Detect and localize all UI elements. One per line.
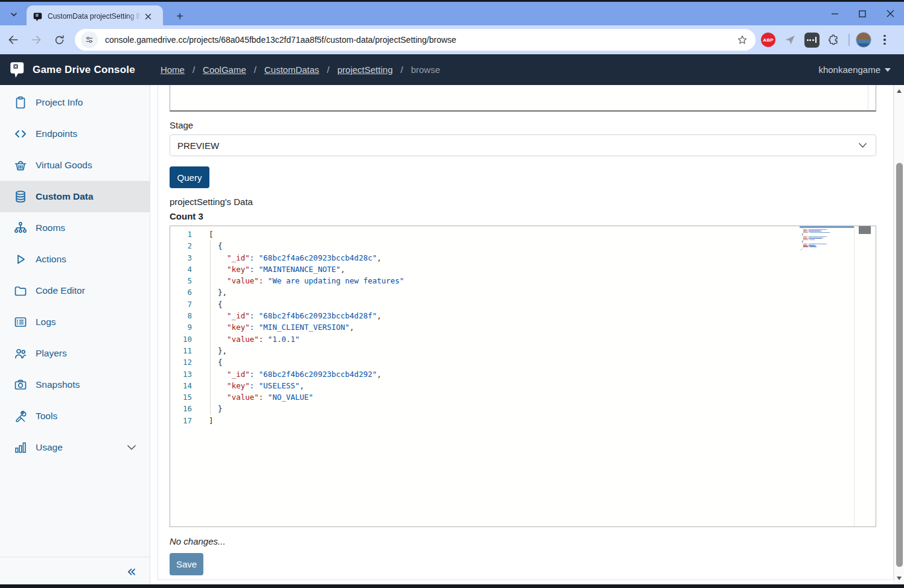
url-text[interactable]: console.gamedrive.cc/projects/68a045fbde…	[105, 35, 734, 45]
tab-title: CustomData projectSetting Brow	[48, 12, 141, 21]
line-content: "_id": "68bc2f4b6c20923bccb4d292",	[192, 368, 381, 380]
code-line[interactable]: 7 {	[170, 299, 876, 310]
sidebar-item-label: Code Editor	[36, 285, 85, 296]
maximize-button[interactable]	[848, 2, 876, 25]
code-line[interactable]: 1[	[170, 229, 876, 240]
paper-plane-extension-button[interactable]	[781, 31, 799, 49]
tab-search-button[interactable]	[5, 6, 23, 23]
query-filter-editor[interactable]	[170, 85, 876, 112]
brand[interactable]: Game Drive Console	[10, 61, 135, 79]
breadcrumb-separator: /	[327, 65, 329, 75]
line-number: 5	[170, 275, 192, 286]
sidebar-item-label: Tools	[36, 411, 57, 422]
site-info-button[interactable]	[81, 31, 98, 48]
code-line[interactable]: 5 "value": "We are updating new features…	[170, 275, 876, 286]
sidebar-item-custom-data[interactable]: Custom Data	[0, 181, 150, 212]
browser-menu-button[interactable]	[876, 31, 893, 48]
breadcrumb-item-projectsetting[interactable]: projectSetting	[337, 65, 393, 75]
breadcrumb-item-browse: browse	[411, 65, 440, 75]
chevron-down-icon	[10, 10, 18, 19]
sidebar-item-virtual-goods[interactable]: Virtual Goods	[0, 150, 150, 181]
code-line[interactable]: 6 },	[170, 286, 876, 298]
sidebar-item-label: Endpoints	[36, 128, 77, 139]
code-line[interactable]: 12 {	[170, 356, 876, 368]
query-button[interactable]: Query	[170, 166, 209, 188]
sidebar-item-label: Custom Data	[36, 191, 94, 202]
sitemap-icon	[13, 221, 28, 235]
browser-tab[interactable]: CustomData projectSetting Brow	[27, 5, 163, 27]
code-line[interactable]: 2 {	[170, 240, 876, 251]
breadcrumb-item-home[interactable]: Home	[161, 65, 185, 75]
clipboard-icon	[13, 95, 28, 110]
user-menu[interactable]: khonkaengame	[818, 65, 891, 75]
code-line[interactable]: 16 }	[170, 403, 876, 414]
code-line[interactable]: 13 "_id": "68bc2f4b6c20923bccb4d292",	[170, 368, 876, 380]
line-content: "_id": "68bc2f4b6c20923bccb4d28f",	[192, 310, 381, 321]
sidebar-item-players[interactable]: Players	[0, 338, 150, 369]
forward-arrow-icon	[30, 34, 42, 46]
sidebar-item-tools[interactable]: Tools	[0, 400, 150, 432]
code-line[interactable]: 3 "_id": "68bc2f4a6c20923bccb4d28c",	[170, 252, 876, 264]
password-manager-extension-button[interactable]	[803, 31, 821, 49]
sidebar-collapse-button[interactable]: «	[127, 563, 136, 579]
line-number: 3	[170, 252, 192, 264]
extensions-button[interactable]	[824, 31, 842, 49]
back-arrow-icon	[7, 34, 19, 46]
forward-button[interactable]	[27, 30, 46, 49]
line-number: 13	[170, 368, 192, 380]
reload-button[interactable]	[49, 30, 69, 49]
line-content: ]	[192, 415, 214, 426]
minimize-button[interactable]	[821, 2, 848, 25]
sidebar-item-code-editor[interactable]: Code Editor	[0, 275, 150, 306]
code-line[interactable]: 4 "key": "MAINTENANCE_NOTE",	[170, 264, 876, 275]
sidebar-item-endpoints[interactable]: Endpoints	[0, 118, 150, 150]
json-code-editor[interactable]: 1[2 {3 "_id": "68bc2f4a6c20923bccb4d28c"…	[170, 226, 876, 527]
code-line[interactable]: 17]	[170, 415, 876, 426]
app-title: Game Drive Console	[33, 64, 135, 76]
caret-down-icon	[885, 68, 891, 72]
tune-icon	[84, 35, 94, 45]
toolbar-separator	[848, 34, 850, 46]
line-number: 7	[170, 299, 192, 310]
username: khonkaengame	[818, 65, 880, 75]
sidebar-item-label: Snapshots	[36, 379, 80, 390]
sidebar-item-label: Logs	[36, 317, 56, 327]
close-window-button[interactable]	[876, 2, 904, 25]
scrollbar-thumb[interactable]	[896, 163, 903, 567]
line-number: 6	[170, 286, 192, 298]
code-line[interactable]: 14 "key": "USELESS",	[170, 380, 876, 391]
code-line[interactable]: 10 "value": "1.0.1"	[170, 334, 876, 345]
stage-select[interactable]: PREVIEW	[170, 134, 876, 156]
code-line[interactable]: 11 },	[170, 345, 876, 356]
chevron-down-icon	[127, 444, 136, 450]
code-line[interactable]: 9 "key": "MIN_CLIENT_VERSION",	[170, 321, 876, 333]
breadcrumb-item-customdatas[interactable]: CustomDatas	[264, 65, 319, 75]
tab-close-button[interactable]	[142, 11, 153, 22]
sidebar-item-usage[interactable]: Usage	[0, 432, 150, 463]
back-button[interactable]	[4, 30, 23, 49]
line-content: "key": "USELESS",	[192, 380, 304, 391]
new-tab-button[interactable]: +	[171, 8, 188, 25]
sidebar-item-snapshots[interactable]: Snapshots	[0, 369, 150, 400]
camera-icon	[13, 378, 28, 392]
scrollbar-down-arrow-icon[interactable]	[897, 577, 902, 580]
sidebar-item-actions[interactable]: Actions	[0, 244, 150, 275]
sidebar-item-logs[interactable]: Logs	[0, 306, 150, 338]
code-line[interactable]: 8 "_id": "68bc2f4b6c20923bccb4d28f",	[170, 310, 876, 321]
address-bar[interactable]: console.gamedrive.cc/projects/68a045fbde…	[75, 29, 756, 51]
page-scrollbar[interactable]	[894, 85, 904, 584]
editor-scrollbar-thumb[interactable]	[859, 226, 871, 234]
profile-avatar[interactable]	[856, 32, 871, 48]
editor-minimap[interactable]	[800, 226, 855, 526]
sidebar-item-rooms[interactable]: Rooms	[0, 212, 150, 244]
save-button[interactable]: Save	[170, 553, 203, 575]
site-favicon	[33, 11, 43, 22]
adblock-extension-button[interactable]: ABP	[759, 31, 777, 49]
breadcrumb-item-coolgame[interactable]: CoolGame	[203, 65, 246, 75]
line-number: 8	[170, 310, 192, 321]
bookmark-button[interactable]	[734, 31, 751, 48]
editor-scrollbar-track[interactable]	[854, 226, 876, 526]
code-line[interactable]: 15 "value": "NO_VALUE"	[170, 391, 876, 403]
sidebar-item-project-info[interactable]: Project Info	[0, 87, 150, 118]
scrollbar-up-arrow-icon[interactable]	[897, 89, 902, 93]
